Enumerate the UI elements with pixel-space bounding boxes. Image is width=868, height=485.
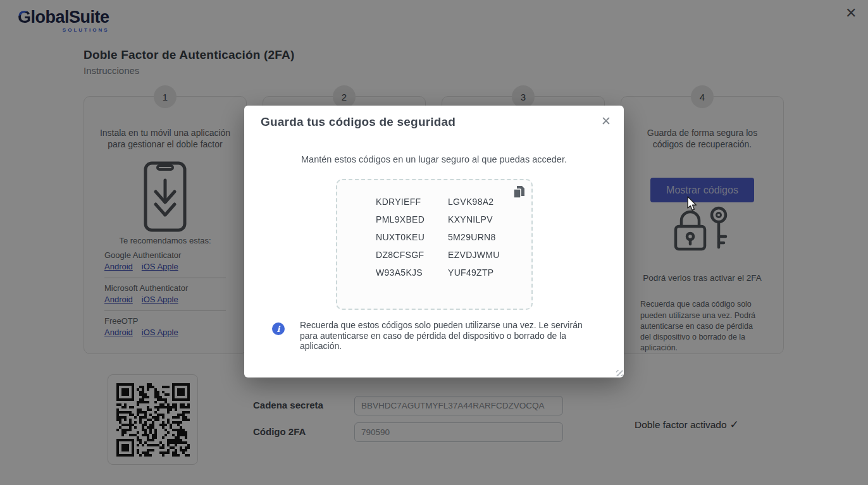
recovery-code: PML9XBED — [376, 214, 448, 224]
recovery-code: DZ8CFSGF — [376, 250, 448, 260]
info-icon: i — [272, 322, 285, 335]
recovery-code: W93A5KJS — [376, 267, 448, 278]
modal-resize-handle[interactable] — [616, 370, 623, 376]
recovery-code: NUXT0KEU — [376, 232, 448, 242]
recovery-code: KXYNILPV — [448, 214, 500, 224]
recovery-code: KDRYIEFF — [376, 197, 448, 207]
modal-subtitle: Mantén estos códigos en un lugar seguro … — [244, 154, 624, 164]
codes-box: KDRYIEFF LGVK98A2 PML9XBED KXYNILPV NUXT… — [336, 179, 533, 310]
recovery-code: YUF49ZTP — [448, 267, 500, 278]
modal-title: Guarda tus códigos de seguridad — [261, 115, 456, 129]
recovery-code: LGVK98A2 — [448, 197, 500, 207]
security-codes-modal: Guarda tus códigos de seguridad ✕ Mantén… — [244, 106, 624, 378]
modal-close-icon[interactable]: ✕ — [601, 114, 611, 128]
recovery-codes: KDRYIEFF LGVK98A2 PML9XBED KXYNILPV NUXT… — [376, 197, 500, 278]
recovery-code: 5M29URN8 — [448, 232, 500, 242]
recovery-code: EZVDJWMU — [448, 250, 500, 260]
copy-icon[interactable] — [512, 185, 526, 200]
modal-info-text: Recuerda que estos códigos solo pueden u… — [300, 320, 598, 352]
